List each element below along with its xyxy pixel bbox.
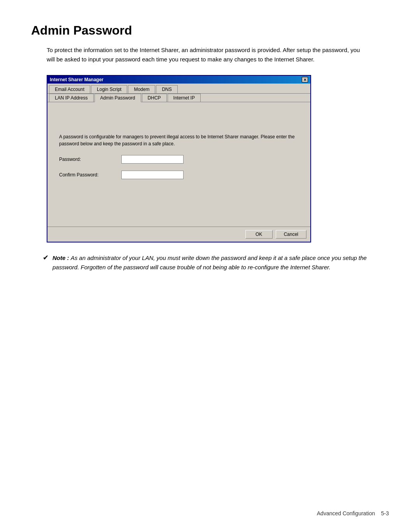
note-content: Note : As an administrator of your LAN, … (52, 253, 389, 272)
note-label: Note : (52, 255, 69, 261)
tab-modem[interactable]: Modem (128, 85, 155, 93)
tab-lan-ip-address[interactable]: LAN IP Address (49, 94, 94, 102)
cancel-button[interactable]: Cancel (276, 230, 306, 239)
tab-internet-ip[interactable]: Internet IP (168, 94, 201, 102)
dialog-title: Internet Sharer Manager (50, 77, 103, 82)
note-text: As an administrator of your LAN, you mus… (52, 255, 367, 270)
page-title: Admin Password (31, 23, 389, 38)
tab-dhcp[interactable]: DHCP (142, 94, 167, 102)
tabs-row-1: Email Account Login Script Modem DNS (47, 84, 310, 94)
close-button[interactable]: ✕ (302, 77, 308, 82)
tab-dns[interactable]: DNS (156, 85, 177, 93)
password-row: Password: (59, 155, 299, 164)
tab-email-account[interactable]: Email Account (49, 85, 90, 93)
dialog-content: A password is configurable for managers … (47, 102, 310, 227)
tab-admin-password[interactable]: Admin Password (94, 94, 141, 102)
password-input[interactable] (121, 155, 184, 164)
note-section: ✔ Note : As an administrator of your LAN… (43, 253, 389, 272)
dialog-titlebar: Internet Sharer Manager ✕ (47, 76, 310, 84)
intro-paragraph: To protect the information set to the In… (47, 45, 366, 64)
page-footer: Advanced Configuration 5-3 (317, 510, 389, 516)
password-label: Password: (59, 157, 121, 162)
footer-page-number: 5-3 (381, 510, 389, 516)
confirm-password-input[interactable] (121, 171, 184, 179)
confirm-password-row: Confirm Password: (59, 171, 299, 179)
ok-button[interactable]: OK (245, 230, 273, 239)
tab-login-script[interactable]: Login Script (91, 85, 127, 93)
dialog-info-text: A password is configurable for managers … (59, 133, 299, 147)
note-checkmark-icon: ✔ (43, 253, 49, 262)
footer-section: Advanced Configuration (317, 510, 375, 516)
dialog-window: Internet Sharer Manager ✕ Email Account … (47, 75, 311, 242)
confirm-password-label: Confirm Password: (59, 172, 121, 178)
dialog-footer: OK Cancel (47, 227, 310, 242)
tabs-row-2: LAN IP Address Admin Password DHCP Inter… (47, 94, 310, 102)
